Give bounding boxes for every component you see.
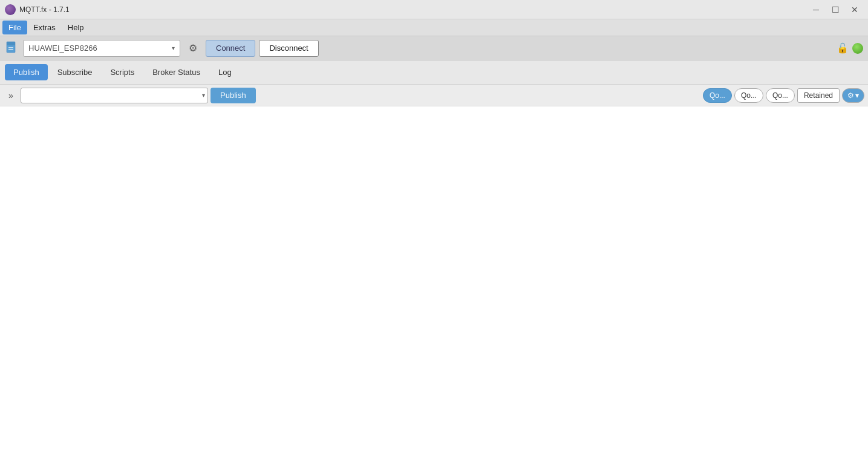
broker-dropdown-arrow: ▾ <box>172 45 175 51</box>
connection-settings-button[interactable]: ⚙ <box>184 40 202 57</box>
svg-rect-1 <box>7 42 15 45</box>
tab-publish[interactable]: Publish <box>5 64 48 80</box>
restore-button[interactable]: ☐ <box>827 4 844 16</box>
title-bar: MQTT.fx - 1.7.1 ─ ☐ ✕ <box>0 0 868 19</box>
minimize-button[interactable]: ─ <box>808 4 824 16</box>
menu-help[interactable]: Help <box>62 21 90 34</box>
broker-name: HUAWEI_ESP8266 <box>28 44 169 53</box>
publish-button[interactable]: Publish <box>210 88 256 103</box>
topic-input[interactable] <box>21 91 200 100</box>
menu-bar: File Extras Help <box>0 19 868 36</box>
qos1-button[interactable]: Qo... <box>734 88 763 103</box>
publish-content-area <box>0 106 868 460</box>
connect-button[interactable]: Connect <box>206 40 255 57</box>
disconnect-button[interactable]: Disconnect <box>259 40 318 57</box>
title-bar-left: MQTT.fx - 1.7.1 <box>5 4 70 15</box>
qos0-button[interactable]: Qo... <box>703 88 732 103</box>
connected-status-dot <box>852 43 863 54</box>
qos2-button[interactable]: Qo... <box>766 88 795 103</box>
menu-extras[interactable]: Extras <box>27 21 62 34</box>
topic-input-wrap: ▾ <box>21 88 208 103</box>
connection-status: 🔓 <box>837 42 863 54</box>
broker-selector[interactable]: HUAWEI_ESP8266 ▾ <box>23 40 180 57</box>
svg-rect-3 <box>8 47 13 48</box>
tab-broker-status[interactable]: Broker Status <box>144 64 209 80</box>
app-title: MQTT.fx - 1.7.1 <box>19 5 70 14</box>
topic-dropdown-arrow[interactable]: ▾ <box>200 92 207 99</box>
tab-subscribe[interactable]: Subscribe <box>49 64 101 80</box>
settings-dropdown-arrow: ▾ <box>855 91 859 100</box>
publish-options: Qo... Qo... Qo... Retained ⚙ ▾ <box>703 88 864 103</box>
svg-rect-2 <box>8 49 13 50</box>
settings-gear-icon: ⚙ <box>847 91 854 100</box>
expand-button[interactable]: » <box>4 88 18 103</box>
tab-bar: Publish Subscribe Scripts Broker Status … <box>0 60 868 85</box>
menu-file[interactable]: File <box>2 21 27 34</box>
tab-scripts[interactable]: Scripts <box>102 64 143 80</box>
new-connection-icon[interactable] <box>5 40 19 57</box>
connection-bar: HUAWEI_ESP8266 ▾ ⚙ Connect Disconnect 🔓 <box>0 36 868 60</box>
lock-icon: 🔓 <box>837 42 849 54</box>
window-controls: ─ ☐ ✕ <box>808 4 863 16</box>
close-button[interactable]: ✕ <box>846 4 863 16</box>
publish-toolbar: » ▾ Publish Qo... Qo... Qo... Retained ⚙… <box>0 85 868 106</box>
retained-button[interactable]: Retained <box>797 88 840 103</box>
app-icon <box>5 4 16 15</box>
publish-settings-button[interactable]: ⚙ ▾ <box>842 88 864 103</box>
tab-log[interactable]: Log <box>210 64 240 80</box>
